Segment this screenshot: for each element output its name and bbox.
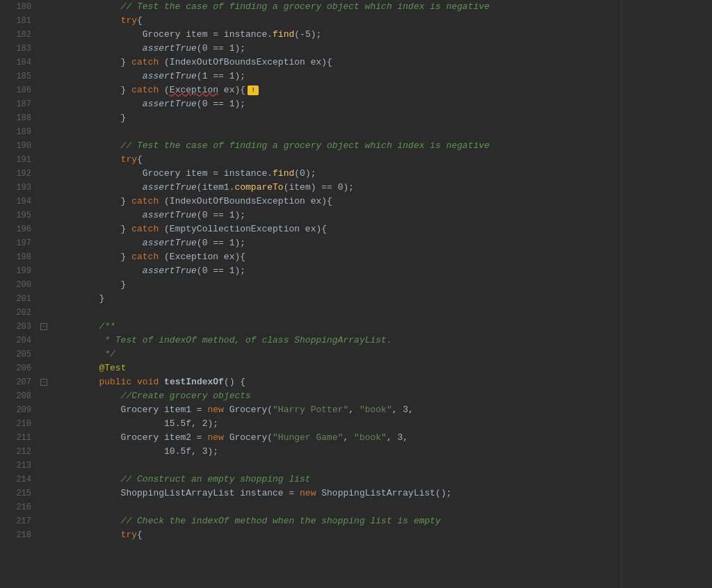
code-line-190: // Test the case of finding a grocery ob… bbox=[52, 139, 712, 153]
code-line-201: } bbox=[52, 292, 712, 306]
code-line-188: } bbox=[52, 111, 712, 125]
code-line-189 bbox=[52, 125, 712, 139]
code-line-194: } catch (IndexOutOfBoundsException ex){ bbox=[52, 195, 712, 209]
code-line-216 bbox=[52, 500, 712, 514]
code-line-183: assertTrue(0 == 1); bbox=[52, 42, 712, 56]
code-line-191: try{ bbox=[52, 153, 712, 167]
code-line-197: assertTrue(0 == 1); bbox=[52, 236, 712, 250]
code-line-196: } catch (EmptyCollectionException ex){ bbox=[52, 222, 712, 236]
code-line-210: 15.5f, 2); bbox=[52, 417, 712, 431]
fold-icon-203[interactable]: - bbox=[38, 320, 49, 334]
code-line-192: Grocery item = instance.find(0); bbox=[52, 167, 712, 181]
code-line-215: ShoppingListArrayList instance = new Sho… bbox=[52, 487, 712, 500]
code-line-180: // Test the case of finding a grocery ob… bbox=[52, 0, 712, 14]
code-line-187: assertTrue(0 == 1); bbox=[52, 97, 712, 111]
code-line-198: } catch (Exception ex){ bbox=[52, 250, 712, 264]
fold-icon-207[interactable]: - bbox=[38, 375, 49, 389]
code-line-204: * Test of indexOf method, of class Shopp… bbox=[52, 334, 712, 348]
code-line-205: */ bbox=[52, 348, 712, 361]
code-line-211: Grocery item2 = new Grocery("Hunger Game… bbox=[52, 431, 712, 445]
code-line-195: assertTrue(0 == 1); bbox=[52, 209, 712, 222]
code-line-213 bbox=[52, 459, 712, 473]
code-line-185: assertTrue(1 == 1); bbox=[52, 70, 712, 83]
code-line-182: Grocery item = instance.find(-5); bbox=[52, 28, 712, 42]
code-editor: 180 181 182 183 184 185 186 187 188 189 … bbox=[0, 0, 712, 588]
line-numbers: 180 181 182 183 184 185 186 187 188 189 … bbox=[0, 0, 38, 588]
code-line-218: try{ bbox=[52, 528, 712, 542]
code-line-203: /** bbox=[52, 320, 712, 334]
code-line-199: assertTrue(0 == 1); bbox=[52, 264, 712, 278]
code-line-181: try{ bbox=[52, 14, 712, 28]
code-line-184: } catch (IndexOutOfBoundsException ex){ bbox=[52, 56, 712, 70]
code-line-186: } catch (Exception ex){! bbox=[52, 83, 712, 97]
code-line-202 bbox=[52, 306, 712, 320]
code-content: // Test the case of finding a grocery ob… bbox=[52, 0, 712, 588]
code-line-208: //Create grocery objects bbox=[52, 389, 712, 403]
code-line-206: @Test bbox=[52, 361, 712, 375]
code-line-212: 10.5f, 3); bbox=[52, 445, 712, 459]
code-line-217: // Check the indexOf method when the sho… bbox=[52, 514, 712, 528]
code-line-193: assertTrue(item1.compareTo(item) == 0); bbox=[52, 181, 712, 195]
code-line-214: // Construct an empty shopping list bbox=[52, 473, 712, 487]
code-line-207: public void testIndexOf() { bbox=[52, 375, 712, 389]
gutter: - - bbox=[38, 0, 52, 588]
code-line-200: } bbox=[52, 278, 712, 292]
code-line-209: Grocery item1 = new Grocery("Harry Potte… bbox=[52, 403, 712, 417]
